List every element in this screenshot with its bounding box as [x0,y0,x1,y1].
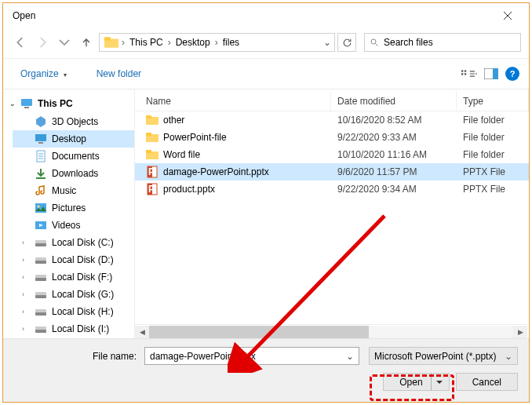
refresh-button[interactable] [337,33,356,52]
folder-icon [104,35,118,49]
svg-rect-3 [461,70,463,71]
tree-item-pictures[interactable]: Pictures [13,199,134,217]
open-dropdown[interactable] [431,374,443,390]
column-date[interactable]: Date modified [331,91,457,111]
body: ⌄ This PC 3D Objects Desktop Documents D… [3,89,529,338]
pptx-icon: P [146,183,159,195]
close-icon [503,11,512,20]
svg-rect-30 [146,115,151,119]
list-item[interactable]: PowerPoint-file9/22/2020 9:33 AMFile fol… [135,129,529,146]
documents-icon [35,150,47,162]
tree-item-disk-h[interactable]: ›Local Disk (H:) [13,303,134,320]
breadcrumb-desktop[interactable]: Desktop [173,37,213,48]
svg-rect-11 [35,134,46,141]
folder-icon [146,148,159,161]
expand-icon[interactable]: › [22,290,24,298]
command-bar: Organize New folder ? [3,58,529,89]
filename-input[interactable]: damage-PowerPoint.pptx ⌄ [144,347,359,365]
svg-rect-26 [35,312,46,316]
svg-rect-6 [465,73,466,75]
svg-rect-18 [35,243,46,246]
navigation-tree[interactable]: ⌄ This PC 3D Objects Desktop Documents D… [3,89,135,338]
expand-icon[interactable]: › [22,273,24,281]
svg-rect-5 [461,73,463,75]
filename-label: File name: [14,351,140,362]
scroll-right-icon[interactable]: ▶ [513,326,527,338]
svg-rect-1 [104,37,111,41]
tree-item-downloads[interactable]: Downloads [13,165,134,182]
list-item[interactable]: Pproduct.pptx9/22/2020 9:34 AMPPTX File [135,181,529,198]
horizontal-scrollbar[interactable]: ◀ ▶ [135,324,527,338]
tree-item-videos[interactable]: Videos [13,217,134,234]
disk-icon [35,271,47,283]
folder-icon [146,131,159,144]
up-button[interactable] [77,33,96,52]
svg-rect-12 [38,142,43,144]
list-item[interactable]: other10/16/2020 8:52 AMFile folder [135,111,529,129]
expand-icon[interactable]: › [22,256,24,264]
tree-thispc[interactable]: ⌄ This PC [13,94,134,113]
new-folder-button[interactable]: New folder [89,67,149,81]
svg-text:P: P [148,184,155,195]
scroll-thumb[interactable] [149,326,369,338]
column-type[interactable]: Type [457,91,529,111]
tree-item-3dobjects[interactable]: 3D Objects [13,113,134,130]
videos-icon [35,219,47,232]
tree-item-documents[interactable]: Documents [13,148,134,165]
forward-button[interactable] [33,33,52,52]
open-button[interactable]: Open [383,373,449,391]
titlebar: Open [3,3,529,28]
list-item[interactable]: Pdamage-PowerPoint.pptx9/6/2020 11:57 PM… [135,163,529,181]
back-button[interactable] [11,33,30,52]
chevron-down-icon[interactable]: ⌄ [505,351,512,362]
disk-icon [35,305,47,318]
search-input[interactable]: Search files [364,33,521,52]
bottom-panel: File name: damage-PowerPoint.pptx ⌄ Micr… [3,338,529,402]
recent-dropdown[interactable] [55,33,74,52]
disk-icon [35,323,47,335]
list-item[interactable]: Word file10/10/2020 11:16 AMFile folder [135,146,529,163]
file-type-filter[interactable]: Microsoft PowerPoint (*.pptx) ⌄ [369,347,518,365]
tree-item-disk-d[interactable]: ›Local Disk (D:) [13,251,134,268]
help-button[interactable]: ? [505,67,519,81]
dialog-title: Open [13,10,490,21]
folder-icon [146,114,159,126]
svg-rect-9 [21,99,32,106]
expand-icon[interactable]: › [22,308,24,316]
file-list: Name Date modified Type other10/16/2020 … [135,89,529,338]
objects-icon [35,115,47,128]
svg-point-15 [38,206,40,208]
organize-menu[interactable]: Organize [13,67,75,81]
tree-item-disk-i[interactable]: ›Local Disk (I:) [13,320,134,338]
close-button[interactable] [490,4,526,27]
svg-point-2 [371,39,376,44]
svg-rect-8 [493,68,498,79]
disk-icon [35,254,47,266]
tree-item-disk-g[interactable]: ›Local Disk (G:) [13,286,134,303]
svg-rect-14 [35,203,46,213]
tree-item-desktop[interactable]: Desktop [13,130,134,148]
breadcrumb[interactable]: › This PC › Desktop › files ⌄ [99,33,335,52]
svg-text:P: P [148,166,155,177]
pictures-icon [35,202,47,214]
expand-icon[interactable]: ⌄ [9,100,16,108]
disk-icon [35,288,47,301]
scroll-left-icon[interactable]: ◀ [135,326,149,338]
column-name[interactable]: Name [135,91,331,111]
preview-pane-button[interactable] [483,66,499,82]
breadcrumb-thispc[interactable]: This PC [126,37,166,48]
expand-icon[interactable]: › [22,325,24,333]
expand-icon[interactable]: › [22,239,24,246]
breadcrumb-files[interactable]: files [220,37,242,48]
svg-rect-10 [24,107,29,108]
svg-rect-4 [465,70,466,71]
tree-item-disk-f[interactable]: ›Local Disk (F:) [13,268,134,286]
view-options-button[interactable] [461,66,477,82]
pc-icon [20,97,33,110]
cancel-button[interactable]: Cancel [456,373,518,391]
tree-item-disk-c[interactable]: ›Local Disk (C:) [13,234,134,251]
svg-rect-28 [35,330,46,333]
tree-item-music[interactable]: Music [13,182,134,199]
chevron-down-icon[interactable]: ⌄ [346,351,354,362]
chevron-down-icon[interactable]: ⌄ [323,37,331,48]
